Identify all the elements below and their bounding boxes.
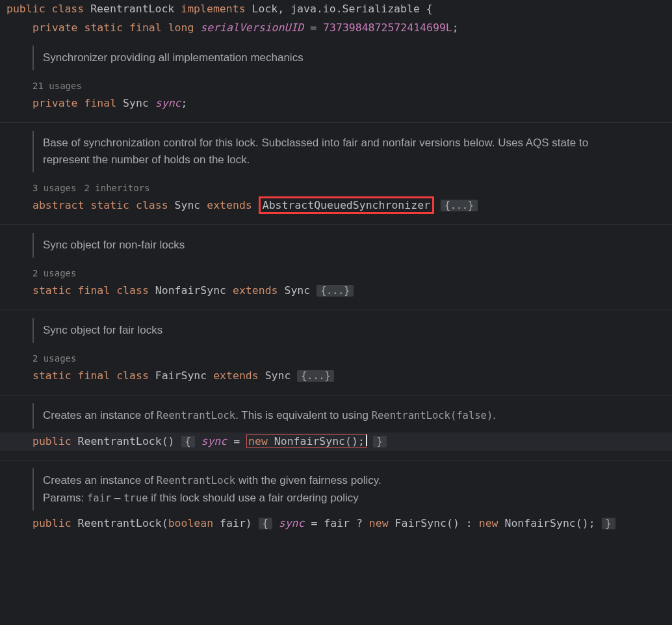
javadoc-ctor-fair: Creates an instance of ReentrantLock wit… bbox=[32, 468, 617, 511]
usages-hint[interactable]: 21 usages bbox=[0, 79, 672, 93]
code-line-fair[interactable]: static final class FairSync extends Sync… bbox=[0, 367, 672, 386]
fold-brace-close[interactable]: } bbox=[373, 436, 387, 447]
separator bbox=[0, 122, 672, 123]
code-line-sync-field[interactable]: private final Sync sync; bbox=[0, 94, 672, 113]
usages-hint[interactable]: 2 usages bbox=[0, 267, 672, 280]
javadoc-nonfair: Sync object for non-fair locks bbox=[32, 233, 617, 258]
fold-brace-close[interactable]: } bbox=[602, 518, 615, 529]
highlight-aqs: AbstractQueuedSynchronizer bbox=[259, 196, 434, 214]
separator bbox=[0, 395, 672, 395]
code-line-nonfair[interactable]: static final class NonfairSync extends S… bbox=[0, 282, 672, 300]
code-line-serial[interactable]: private static final long serialVersionU… bbox=[0, 19, 672, 38]
separator bbox=[0, 224, 672, 225]
fold-brace-open[interactable]: { bbox=[259, 518, 272, 529]
fold-region[interactable]: {...} bbox=[297, 370, 334, 382]
javadoc-sync-class: Base of synchronization control for this… bbox=[32, 131, 617, 173]
fold-region[interactable]: {...} bbox=[441, 200, 478, 211]
code-line-sync-class[interactable]: abstract static class Sync extends Abstr… bbox=[0, 196, 672, 215]
javadoc-ctor-default: Creates an instance of ReentrantLock. Th… bbox=[32, 403, 617, 428]
highlight-new-nonfair: new NonfairSync(); bbox=[246, 434, 367, 448]
fold-region[interactable]: {...} bbox=[317, 285, 354, 297]
text-caret bbox=[366, 434, 367, 446]
separator bbox=[0, 310, 672, 310]
usages-inheritors-hint[interactable]: 3 usages2 inheritors bbox=[0, 181, 672, 195]
separator bbox=[0, 460, 672, 460]
javadoc-fair: Sync object for fair locks bbox=[32, 318, 617, 343]
code-line-ctor-default[interactable]: public ReentrantLock() { sync = new Nonf… bbox=[0, 432, 672, 451]
fold-brace-open[interactable]: { bbox=[181, 436, 195, 447]
code-line-class-decl[interactable]: public class ReentrantLock implements Lo… bbox=[0, 0, 672, 19]
code-line-ctor-fair[interactable]: public ReentrantLock(boolean fair) { syn… bbox=[0, 514, 672, 533]
usages-hint[interactable]: 2 usages bbox=[0, 352, 672, 366]
javadoc-sync-field: Synchronizer providing all implementatio… bbox=[32, 46, 617, 70]
